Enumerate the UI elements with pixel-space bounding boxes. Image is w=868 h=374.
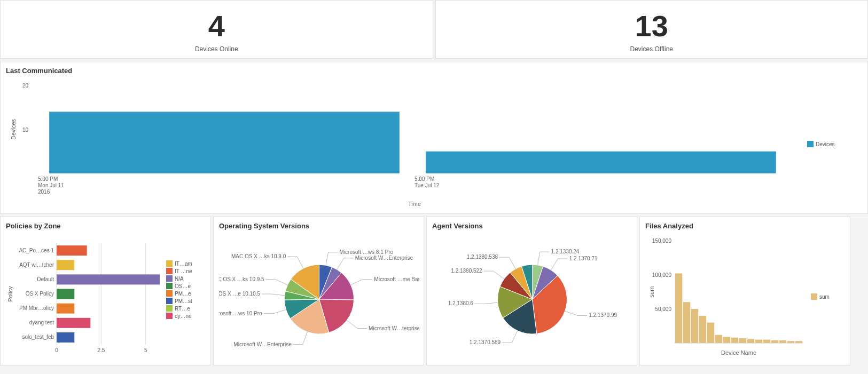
svg-rect-58 <box>731 338 739 343</box>
svg-text:5: 5 <box>144 347 147 353</box>
svg-text:2016: 2016 <box>38 189 50 195</box>
svg-text:sum: sum <box>648 287 655 298</box>
legend-swatch <box>166 298 173 304</box>
legend-item: RT…e <box>166 305 192 312</box>
devices-online-label: Devices Online <box>195 45 238 53</box>
svg-text:1.2.1380.538: 1.2.1380.538 <box>467 254 498 260</box>
legend-swatch <box>166 283 173 289</box>
svg-text:2.5: 2.5 <box>97 347 105 353</box>
svg-rect-27 <box>57 318 90 328</box>
svg-rect-57 <box>723 337 731 343</box>
legend-label: IT…am <box>175 261 192 267</box>
svg-text:Microsoft …ws 10 Pro: Microsoft …ws 10 Pro <box>219 311 262 316</box>
svg-text:MAC OS X …e 10.10.5: MAC OS X …e 10.10.5 <box>219 291 260 297</box>
svg-rect-55 <box>707 323 715 343</box>
svg-rect-60 <box>747 339 755 343</box>
svg-text:1.2.1330.24: 1.2.1330.24 <box>551 249 580 254</box>
legend-item: dy…ne <box>166 313 192 319</box>
svg-rect-23 <box>57 289 74 299</box>
agent-versions-card: Agent Versions 1.2.1330.241.2.1370.711.2… <box>426 216 637 365</box>
svg-rect-61 <box>755 340 763 343</box>
devices-offline-card: 13 Devices Offline <box>435 0 869 59</box>
devices-online-value: 4 <box>208 11 225 41</box>
legend-item: Devices <box>807 141 835 147</box>
legend-swatch <box>811 293 817 300</box>
legend-swatch <box>166 268 173 274</box>
svg-text:Microsoft W…Enterprise: Microsoft W…Enterprise <box>233 341 292 347</box>
svg-rect-56 <box>715 335 723 343</box>
legend-label: PM…st <box>175 298 192 304</box>
svg-text:Microsoft W…Enterprise: Microsoft W…Enterprise <box>355 255 413 261</box>
agent-pie-chart[interactable]: 1.2.1330.241.2.1370.711.2.1370.991.2.137… <box>432 235 632 358</box>
os-pie-chart[interactable]: Microsoft …ws 8.1 ProMicrosoft W…Enterpr… <box>219 235 419 358</box>
svg-text:1.2.1380.522: 1.2.1380.522 <box>451 268 482 274</box>
legend-swatch <box>166 305 173 312</box>
svg-rect-25 <box>57 304 74 314</box>
svg-rect-62 <box>763 340 771 343</box>
svg-rect-17 <box>57 245 87 256</box>
svg-rect-66 <box>795 341 803 343</box>
legend-label: RT…e <box>175 306 190 312</box>
devices-offline-value: 13 <box>635 11 668 41</box>
svg-text:10: 10 <box>22 127 29 133</box>
policies-by-zone-card: Policies by Zone 02.55AC_Po…ces 1AQT wi…… <box>0 216 211 365</box>
svg-rect-3 <box>49 112 400 174</box>
svg-text:Time: Time <box>408 201 421 207</box>
last-communicated-chart[interactable]: 1020Devices5:00 PMMon Jul 1120165:00 PMT… <box>6 80 796 208</box>
legend-label: OS…e <box>175 283 191 289</box>
svg-rect-63 <box>771 340 779 343</box>
svg-text:20: 20 <box>22 83 29 89</box>
svg-text:Mon Jul 11: Mon Jul 11 <box>38 182 64 188</box>
chart-title: Policies by Zone <box>6 222 205 230</box>
svg-text:Microsoft W…terprise N: Microsoft W…terprise N <box>369 325 419 331</box>
devices-offline-label: Devices Offline <box>630 45 673 53</box>
chart-title: Operating System Versions <box>219 222 418 230</box>
os-versions-card: Operating System Versions Microsoft …ws … <box>213 216 424 365</box>
legend-label: sum <box>819 294 830 300</box>
svg-text:Tue Jul 12: Tue Jul 12 <box>415 182 440 188</box>
legend-item: PM…e <box>166 290 192 297</box>
policies-legend: IT…amIT …neN/AOS…ePM…ePM…stRT…edy…ne <box>166 259 192 358</box>
chart-title: Last Communicated <box>6 67 862 75</box>
files-chart[interactable]: 50,000100,000150,000sumDevice Name <box>645 235 806 358</box>
legend-label: N/A <box>175 276 184 282</box>
svg-text:Microsoft …me Basic N: Microsoft …me Basic N <box>374 276 419 282</box>
svg-text:5:00 PM: 5:00 PM <box>415 176 434 182</box>
legend-swatch <box>807 141 814 147</box>
legend-item: PM…st <box>166 298 192 304</box>
chart-title: Files Analyzed <box>645 222 844 230</box>
svg-rect-54 <box>699 316 707 343</box>
svg-rect-19 <box>57 260 74 270</box>
legend-swatch <box>166 275 173 282</box>
files-analyzed-card: Files Analyzed 50,000100,000150,000sumDe… <box>639 216 850 365</box>
svg-text:MAC OS X …ks 10.9.0: MAC OS X …ks 10.9.0 <box>231 253 286 259</box>
svg-text:1.2.1370.71: 1.2.1370.71 <box>569 256 598 261</box>
svg-text:50,000: 50,000 <box>655 306 671 312</box>
svg-text:OS X Policy: OS X Policy <box>26 291 54 297</box>
legend-item: IT …ne <box>166 268 192 274</box>
legend-swatch <box>166 290 173 297</box>
legend-item: IT…am <box>166 260 192 267</box>
legend-swatch <box>166 313 173 319</box>
svg-text:1.2.1370.99: 1.2.1370.99 <box>589 312 617 318</box>
legend-label: Devices <box>816 141 835 147</box>
legend-item: N/A <box>166 275 192 282</box>
svg-rect-21 <box>57 274 160 284</box>
policies-chart[interactable]: 02.55AC_Po…ces 1AQT wi…tcherDefaultOS X … <box>6 235 166 358</box>
chart-title: Agent Versions <box>432 222 631 230</box>
svg-text:1.2.1380.6: 1.2.1380.6 <box>448 300 474 306</box>
svg-text:AQT wi…tcher: AQT wi…tcher <box>19 262 54 268</box>
svg-rect-52 <box>683 302 691 343</box>
legend-item: OS…e <box>166 283 192 289</box>
svg-text:solo_test_feb: solo_test_feb <box>22 334 54 340</box>
svg-rect-59 <box>739 338 747 343</box>
svg-text:5:00 PM: 5:00 PM <box>38 176 58 182</box>
devices-online-card: 4 Devices Online <box>0 0 433 59</box>
svg-rect-65 <box>787 341 795 343</box>
last-communicated-card: Last Communicated 1020Devices5:00 PMMon … <box>0 61 868 214</box>
svg-text:Devices: Devices <box>10 118 17 140</box>
legend-label: PM…e <box>175 291 191 297</box>
legend-swatch <box>166 260 173 267</box>
svg-rect-53 <box>691 309 699 343</box>
svg-text:Microsoft …ws 8.1 Pro: Microsoft …ws 8.1 Pro <box>340 249 394 255</box>
